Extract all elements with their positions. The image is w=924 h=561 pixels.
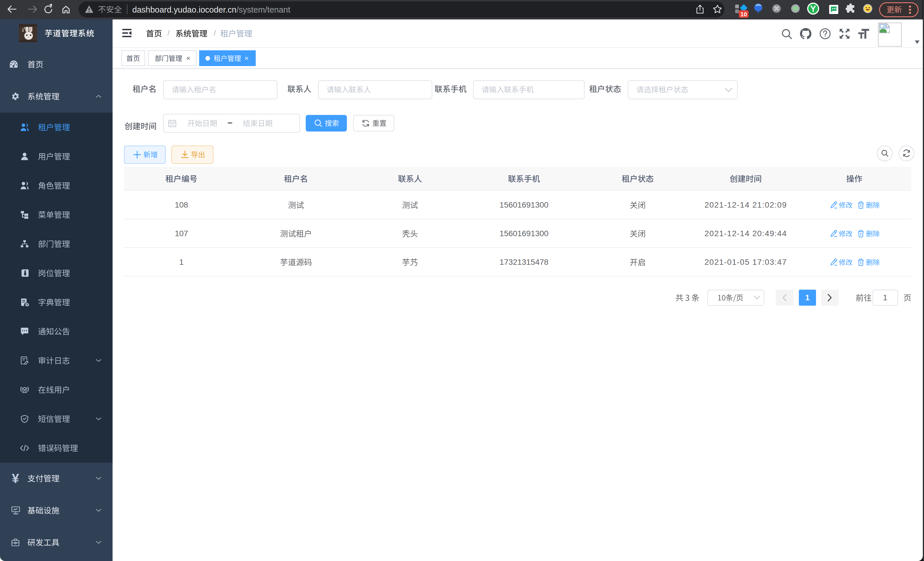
svg-text:⌘: ⌘ [774, 5, 779, 12]
